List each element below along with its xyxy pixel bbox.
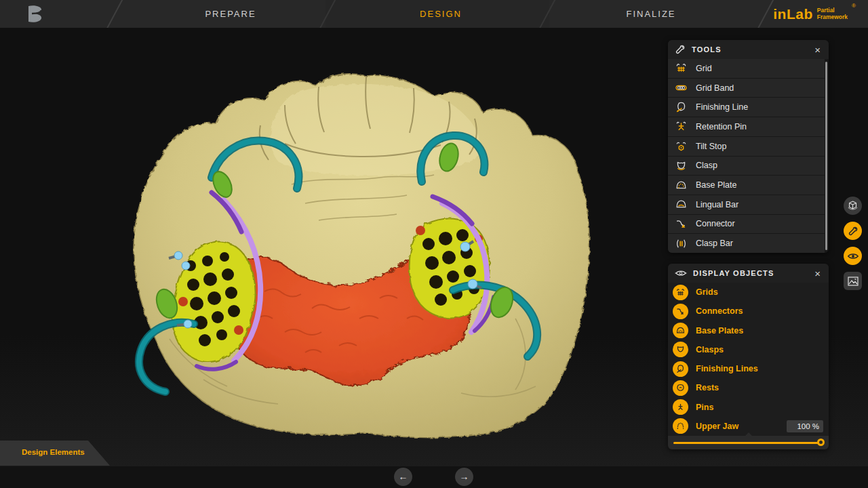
pins-icon: [673, 399, 688, 415]
tools-panel: TOOLS × Grid Grid Band F: [668, 40, 829, 253]
tilt-stop-icon: [675, 140, 688, 152]
connectors-icon: [673, 304, 688, 319]
connector-icon: [675, 218, 688, 230]
clasps-icon: [673, 342, 688, 357]
display-item-rests[interactable]: Rests: [668, 378, 829, 397]
tool-item-base-plate[interactable]: Base Plate: [668, 176, 825, 195]
top-bar: PREPARE DESIGN FINALIZE inLab Partial Fr…: [0, 0, 868, 28]
lingual-bar-icon: [675, 198, 688, 211]
display-objects-panel: DISPLAY OBJECTS × Grids Connectors Base …: [668, 264, 829, 449]
tools-toggle-button[interactable]: [844, 222, 862, 240]
tool-item-grid-band[interactable]: Grid Band: [668, 79, 825, 98]
sirona-logo: [26, 5, 45, 23]
display-item-base-plates[interactable]: Base Plates: [668, 321, 829, 340]
display-close-icon[interactable]: ×: [813, 268, 822, 279]
tool-item-grid[interactable]: Grid: [668, 59, 825, 78]
display-item-clasps[interactable]: Clasps: [668, 340, 829, 359]
upper-jaw-opacity-value: 100 %: [787, 420, 823, 432]
brand-product-line2: Framework: [817, 14, 848, 21]
grid-icon: [675, 62, 688, 75]
slider-notch: [745, 432, 752, 436]
base-plates-icon: [673, 323, 688, 338]
display-objects-toggle-button[interactable]: [844, 247, 862, 265]
upper-jaw-icon: [673, 418, 688, 434]
design-elements-label: Design Elements: [22, 448, 85, 456]
display-item-finishing-lines[interactable]: Finishing Lines: [668, 359, 829, 378]
grids-icon: [673, 285, 688, 300]
display-panel-title: DISPLAY OBJECTS: [693, 269, 807, 277]
display-item-connectors[interactable]: Connectors: [668, 302, 829, 321]
topbar-divider: [757, 0, 774, 30]
tool-item-tilt-stop[interactable]: Tilt Stop: [668, 137, 825, 156]
display-item-grids[interactable]: Grids: [668, 283, 829, 302]
finishing-lines-icon: [673, 361, 688, 377]
tools-panel-header: TOOLS ×: [668, 40, 829, 59]
redo-button[interactable]: →: [455, 468, 473, 486]
tool-item-retention-pin[interactable]: Retention Pin: [668, 117, 825, 136]
eye-icon: [847, 251, 859, 261]
slider-knob[interactable]: [817, 439, 825, 446]
slider-track[interactable]: [673, 442, 819, 444]
display-item-pins[interactable]: Pins: [668, 398, 829, 417]
clasp-icon: [675, 159, 688, 172]
cube-icon: [847, 200, 859, 211]
tool-item-connector[interactable]: Connector: [668, 215, 825, 234]
base-plate-icon: [675, 179, 688, 192]
grid-band-icon: [675, 81, 688, 94]
tools-close-icon[interactable]: ×: [813, 45, 822, 55]
tool-item-finishing-line[interactable]: Finishing Line: [668, 98, 825, 117]
tool-item-lingual-bar[interactable]: Lingual Bar: [668, 195, 825, 214]
upper-jaw-opacity-slider[interactable]: [668, 436, 829, 449]
tools-scrollbar[interactable]: [825, 62, 827, 250]
wrench-icon: [848, 226, 859, 237]
inlab-wordmark: inLab: [773, 6, 813, 22]
tab-finalize[interactable]: FINALIZE: [576, 0, 726, 28]
undo-button[interactable]: ←: [394, 468, 412, 486]
wrench-icon: [675, 44, 686, 55]
eye-icon: [675, 268, 687, 278]
bottom-bar: [0, 466, 868, 488]
registered-mark: ®: [852, 3, 856, 9]
inlab-brand: inLab Partial Framework ®: [773, 0, 856, 28]
display-panel-header: DISPLAY OBJECTS ×: [668, 264, 829, 283]
tab-prepare[interactable]: PREPARE: [156, 0, 305, 28]
tool-item-clasp-bar[interactable]: Clasp Bar: [668, 234, 825, 253]
tab-design[interactable]: DESIGN: [366, 0, 515, 28]
topbar-divider: [106, 0, 123, 30]
image-icon: [848, 277, 859, 286]
tool-item-clasp[interactable]: Clasp: [668, 157, 825, 176]
rests-icon: [673, 380, 688, 396]
view-cube-button[interactable]: [844, 197, 862, 215]
finishing-line-icon: [675, 101, 688, 114]
tools-panel-title: TOOLS: [692, 45, 807, 54]
retention-pin-icon: [675, 120, 688, 133]
screenshot-button[interactable]: [844, 272, 862, 290]
clasp-bar-icon: [675, 237, 688, 250]
